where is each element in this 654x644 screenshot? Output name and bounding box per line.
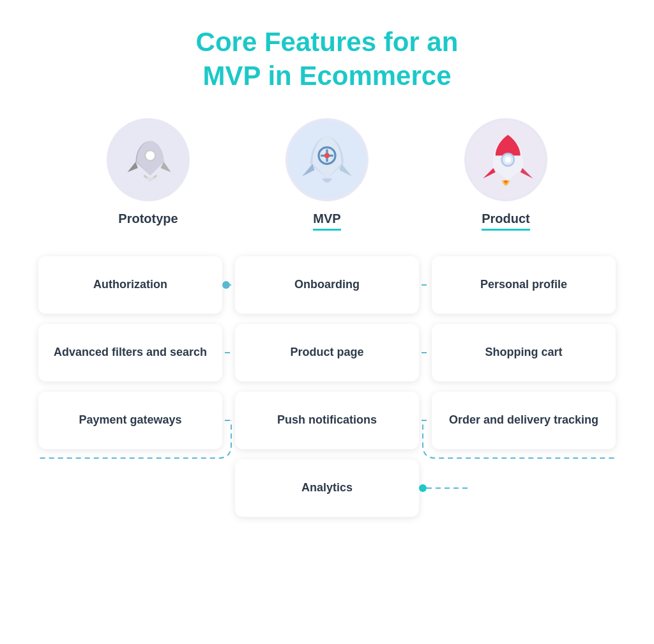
- mvp-column: MVP: [238, 118, 416, 231]
- advanced-filters-text: Advanced filters and search: [54, 345, 207, 360]
- product-label: Product: [482, 211, 530, 231]
- svg-point-9: [505, 157, 511, 163]
- shopping-cart-card: Shopping cart: [432, 324, 616, 381]
- page-title: Core Features for an MVP in Ecommerce: [196, 26, 459, 93]
- shopping-cart-text: Shopping cart: [485, 345, 563, 360]
- payment-gateways-text: Payment gateways: [79, 413, 181, 427]
- personal-profile-text: Personal profile: [480, 277, 567, 292]
- analytics-text: Analytics: [301, 480, 353, 495]
- analytics-card: Analytics: [235, 459, 419, 517]
- features-wrapper: Authorization Onboarding Personal profil…: [38, 250, 616, 517]
- svg-point-6: [324, 153, 330, 158]
- features-grid: Authorization Onboarding Personal profil…: [38, 256, 616, 517]
- onboarding-card: Onboarding: [235, 256, 419, 314]
- personal-profile-card: Personal profile: [432, 256, 616, 314]
- prototype-column: Prototype: [59, 118, 238, 231]
- authorization-card: Authorization: [38, 256, 222, 314]
- product-page-card: Product page: [235, 324, 419, 381]
- prototype-label: Prototype: [118, 211, 178, 226]
- prototype-rocket-icon: [107, 118, 190, 201]
- advanced-filters-card: Advanced filters and search: [38, 324, 222, 381]
- product-rocket-icon: [464, 118, 547, 201]
- mvp-label: MVP: [313, 211, 340, 231]
- payment-gateways-card: Payment gateways: [38, 392, 222, 449]
- push-notifications-text: Push notifications: [277, 413, 377, 427]
- onboarding-text: Onboarding: [294, 277, 360, 292]
- product-column: Product: [416, 118, 595, 231]
- order-delivery-text: Order and delivery tracking: [449, 413, 598, 427]
- page-container: Core Features for an MVP in Ecommerce: [0, 0, 654, 644]
- rocket-header-row: Prototype: [38, 118, 616, 231]
- svg-point-1: [145, 150, 155, 160]
- mvp-rocket-icon: [285, 118, 369, 201]
- authorization-text: Authorization: [93, 277, 167, 292]
- product-page-text: Product page: [290, 345, 363, 360]
- push-notifications-card: Push notifications: [235, 392, 419, 449]
- order-delivery-card: Order and delivery tracking: [432, 392, 616, 449]
